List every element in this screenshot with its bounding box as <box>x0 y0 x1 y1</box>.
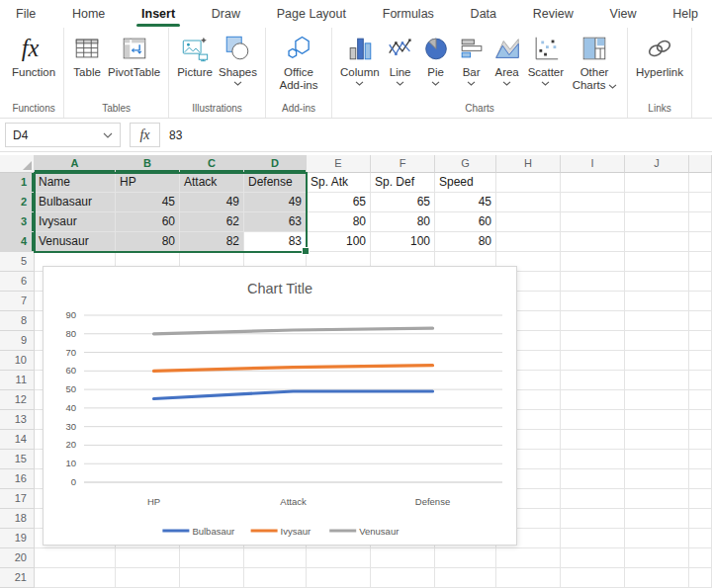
menu-tab-insert[interactable]: Insert <box>141 0 175 28</box>
column-header-j[interactable]: J <box>625 155 689 173</box>
row-header-5[interactable]: 5 <box>0 252 35 272</box>
cell-H3[interactable] <box>496 212 561 232</box>
row-header-11[interactable]: 11 <box>0 371 35 390</box>
formula-input[interactable]: 83 <box>160 128 182 142</box>
cell-G20[interactable] <box>435 548 496 568</box>
cell-J11[interactable] <box>625 371 689 390</box>
menu-tab-file[interactable]: File <box>16 0 36 28</box>
cell-E3[interactable]: 80 <box>307 212 371 232</box>
cell-B1[interactable]: HP <box>116 173 180 193</box>
row-header-4[interactable]: 4 <box>0 232 35 252</box>
ribbon-button-other-charts[interactable]: Other Charts <box>567 28 622 92</box>
cell-I12[interactable] <box>561 390 625 410</box>
menu-tab-data[interactable]: Data <box>471 0 496 28</box>
cell-A3[interactable]: Ivysaur <box>35 212 116 232</box>
ribbon-button-pie[interactable]: Pie <box>418 28 454 86</box>
ribbon-button-area[interactable]: Area <box>490 28 525 86</box>
cell-C4[interactable]: 82 <box>180 232 244 252</box>
ribbon-button-pivottable[interactable]: PivotTable <box>105 28 163 79</box>
cell-D1[interactable]: Defense <box>244 173 307 193</box>
cell-I5[interactable] <box>561 252 625 272</box>
cell-J9[interactable] <box>625 331 689 351</box>
cell-F20[interactable] <box>371 548 435 568</box>
cell-G1[interactable]: Speed <box>435 173 496 193</box>
cell-G2[interactable]: 45 <box>435 193 496 212</box>
cell-E4[interactable]: 100 <box>307 232 371 252</box>
cell-I10[interactable] <box>561 351 625 371</box>
cell-J17[interactable] <box>625 489 689 509</box>
cell-D20[interactable] <box>244 548 307 568</box>
cell-A20[interactable] <box>35 548 116 568</box>
select-all-corner[interactable] <box>0 155 35 173</box>
cell-A2[interactable]: Bulbasaur <box>35 193 116 212</box>
cell-I16[interactable] <box>561 469 625 489</box>
cell-C2[interactable]: 49 <box>180 193 244 212</box>
cell-C21[interactable] <box>180 568 244 588</box>
cell-F21[interactable] <box>371 568 435 588</box>
row-header-13[interactable]: 13 <box>0 410 35 430</box>
column-header-i[interactable]: I <box>561 155 625 173</box>
name-box[interactable]: D4 <box>5 123 121 147</box>
cell-A4[interactable]: Venusaur <box>35 232 116 252</box>
cell-E21[interactable] <box>307 568 371 588</box>
cell-C20[interactable] <box>180 548 244 568</box>
cell-H20[interactable] <box>496 548 561 568</box>
cell-I3[interactable] <box>561 212 625 232</box>
row-header-1[interactable]: 1 <box>0 173 35 193</box>
cell-J6[interactable] <box>625 272 689 292</box>
cell-E1[interactable]: Sp. Atk <box>307 173 371 193</box>
cell-I1[interactable] <box>561 173 625 193</box>
cell-G3[interactable]: 60 <box>435 212 496 232</box>
cell-I20[interactable] <box>561 548 625 568</box>
cell-A1[interactable]: Name <box>35 173 116 193</box>
row-header-3[interactable]: 3 <box>0 212 35 232</box>
menu-tab-review[interactable]: Review <box>533 0 574 28</box>
ribbon-button-scatter[interactable]: Scatter <box>525 28 567 86</box>
row-header-20[interactable]: 20 <box>0 548 35 568</box>
cell-B4[interactable]: 80 <box>116 232 180 252</box>
row-header-19[interactable]: 19 <box>0 529 35 548</box>
cell-J5[interactable] <box>625 252 689 272</box>
column-header-d[interactable]: D <box>244 155 307 173</box>
cell-J16[interactable] <box>625 469 689 489</box>
cell-H2[interactable] <box>496 193 561 212</box>
cell-D21[interactable] <box>244 568 307 588</box>
ribbon-button-bar[interactable]: Bar <box>454 28 490 86</box>
cell-J18[interactable] <box>625 509 689 529</box>
cell-C1[interactable]: Attack <box>180 173 244 193</box>
row-header-2[interactable]: 2 <box>0 193 35 212</box>
cell-J21[interactable] <box>625 568 689 588</box>
menu-tab-help[interactable]: Help <box>672 0 698 28</box>
cell-F1[interactable]: Sp. Def <box>371 173 435 193</box>
column-header-h[interactable]: H <box>496 155 561 173</box>
cell-E2[interactable]: 65 <box>307 193 371 212</box>
cell-F3[interactable]: 80 <box>371 212 435 232</box>
column-header-g[interactable]: G <box>435 155 496 173</box>
row-header-12[interactable]: 12 <box>0 390 35 410</box>
insert-function-button[interactable]: fx <box>130 123 160 147</box>
embedded-chart[interactable]: Chart Title0102030405060708090HPAttackDe… <box>43 266 517 546</box>
column-header-e[interactable]: E <box>307 155 371 173</box>
row-header-15[interactable]: 15 <box>0 450 35 469</box>
cell-I13[interactable] <box>561 410 625 430</box>
column-header-b[interactable]: B <box>116 155 180 173</box>
cell-B2[interactable]: 45 <box>116 193 180 212</box>
cell-I17[interactable] <box>561 489 625 509</box>
cell-J13[interactable] <box>625 410 689 430</box>
cell-J7[interactable] <box>625 292 689 311</box>
fill-handle[interactable] <box>302 247 310 255</box>
cell-J4[interactable] <box>625 232 689 252</box>
menu-tab-formulas[interactable]: Formulas <box>383 0 434 28</box>
cell-I14[interactable] <box>561 430 625 450</box>
cell-F2[interactable]: 65 <box>371 193 435 212</box>
row-header-16[interactable]: 16 <box>0 469 35 489</box>
cell-H4[interactable] <box>496 232 561 252</box>
cell-I7[interactable] <box>561 292 625 311</box>
cell-I15[interactable] <box>561 450 625 469</box>
ribbon-button-function[interactable]: fxFunction <box>9 28 58 79</box>
cell-H21[interactable] <box>496 568 561 588</box>
chevron-down-icon[interactable] <box>103 132 113 138</box>
ribbon-button-line[interactable]: Line <box>383 28 418 86</box>
cell-B21[interactable] <box>116 568 180 588</box>
cell-I18[interactable] <box>561 509 625 529</box>
